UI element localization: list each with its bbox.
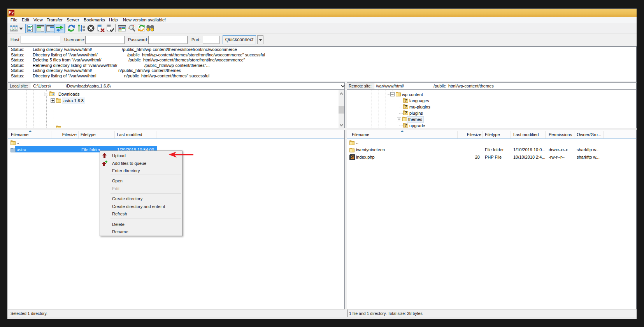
svg-text:?: ? — [405, 123, 407, 128]
svg-text:?: ? — [405, 111, 407, 115]
svg-text:?: ? — [405, 105, 407, 109]
svg-text:?: ? — [405, 98, 407, 103]
svg-text:S: S — [351, 154, 354, 160]
